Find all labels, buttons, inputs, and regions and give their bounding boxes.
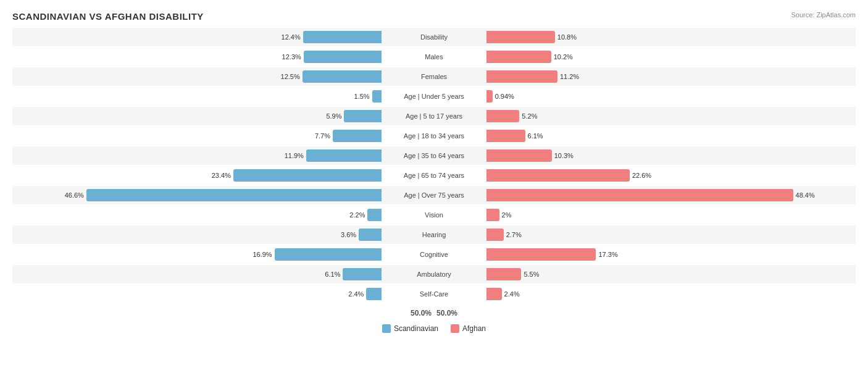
value-right: 11.2% — [560, 73, 579, 80]
bar-left — [333, 130, 382, 142]
value-right: 22.6% — [632, 172, 651, 179]
value-right: 5.5% — [524, 271, 539, 278]
value-right: 48.4% — [796, 191, 815, 199]
bar-row: 23.4% Age | 65 to 74 years 22.6% — [12, 166, 856, 185]
chart-container: SCANDINAVIAN VS AFGHAN DISABILITY Source… — [0, 0, 868, 339]
value-left: 3.6% — [341, 231, 356, 238]
right-section: 48.4% — [486, 186, 856, 204]
left-section: 16.9% — [12, 245, 382, 264]
legend-afghan-label: Afghan — [462, 324, 486, 333]
bar-right — [486, 31, 555, 43]
row-label: Age | 65 to 74 years — [404, 172, 464, 179]
axis-right: 50.0% — [434, 309, 856, 317]
right-section: 2% — [486, 206, 856, 224]
value-left: 12.5% — [281, 73, 300, 80]
left-section: 46.6% — [12, 186, 382, 204]
left-section: 11.9% — [12, 146, 382, 165]
right-section: 0.94% — [486, 87, 856, 106]
bar-row: 12.3% Males 10.2% — [12, 48, 856, 66]
value-left: 2.4% — [348, 290, 364, 298]
bar-right — [486, 51, 551, 63]
bar-right — [486, 90, 493, 103]
value-left: 46.6% — [65, 191, 84, 199]
value-right: 2.4% — [504, 290, 520, 298]
legend-scandinavian-label: Scandinavian — [394, 324, 438, 333]
left-section: 5.9% — [12, 107, 382, 125]
right-section: 2.4% — [486, 285, 856, 303]
bar-row: 6.1% Ambulatory 5.5% — [12, 265, 856, 284]
bar-right — [486, 149, 552, 162]
legend-afghan: Afghan — [451, 324, 486, 333]
right-section: 2.7% — [486, 225, 856, 244]
bar-right — [486, 110, 519, 122]
bar-right — [486, 209, 499, 221]
value-left: 16.9% — [252, 251, 272, 258]
value-left: 2.2% — [349, 211, 365, 219]
left-section: 2.4% — [12, 285, 382, 303]
bar-row: 5.9% Age | 5 to 17 years 5.2% — [12, 107, 856, 125]
right-section: 17.3% — [486, 245, 856, 264]
bar-right — [486, 288, 502, 300]
bar-row: 2.2% Vision 2% — [12, 206, 856, 224]
bar-row: 2.4% Self-Care 2.4% — [12, 285, 856, 303]
bar-left — [303, 31, 382, 43]
bar-left — [306, 149, 382, 162]
bar-right — [486, 169, 630, 182]
value-right: 2% — [502, 211, 512, 219]
legend-scandinavian: Scandinavian — [382, 324, 438, 333]
value-right: 10.8% — [557, 33, 577, 41]
bar-right — [486, 189, 793, 201]
bar-right — [486, 248, 596, 261]
value-left: 11.9% — [285, 152, 304, 159]
value-right: 10.2% — [554, 53, 573, 61]
chart-title: SCANDINAVIAN VS AFGHAN DISABILITY — [12, 11, 856, 22]
value-right: 5.2% — [522, 112, 537, 120]
left-section: 12.4% — [12, 28, 382, 46]
row-label: Vision — [425, 211, 443, 219]
row-label: Hearing — [422, 231, 446, 238]
row-label: Age | Over 75 years — [404, 191, 464, 199]
left-section: 2.2% — [12, 206, 382, 224]
bar-row: 16.9% Cognitive 17.3% — [12, 245, 856, 264]
row-label: Ambulatory — [417, 271, 451, 278]
right-section: 10.2% — [486, 48, 856, 66]
left-section: 1.5% — [12, 87, 382, 106]
bar-left — [343, 268, 382, 280]
bar-right — [486, 130, 525, 142]
left-section: 12.5% — [12, 67, 382, 86]
bar-row: 1.5% Age | Under 5 years 0.94% — [12, 87, 856, 106]
right-section: 10.8% — [486, 28, 856, 46]
axis-left-label: 50.0% — [411, 309, 432, 317]
bar-row: 7.7% Age | 18 to 34 years 6.1% — [12, 127, 856, 145]
value-left: 23.4% — [212, 172, 231, 179]
bar-left — [86, 189, 382, 201]
bar-left — [367, 209, 382, 221]
value-right: 2.7% — [506, 231, 522, 238]
right-section: 6.1% — [486, 127, 856, 145]
value-right: 0.94% — [495, 93, 514, 100]
row-label: Age | Under 5 years — [404, 93, 464, 100]
value-right: 17.3% — [598, 251, 617, 258]
bar-right — [486, 70, 557, 83]
row-label: Age | 35 to 64 years — [404, 152, 464, 159]
value-left: 7.7% — [315, 132, 330, 140]
source-label: Source: ZipAtlas.com — [791, 11, 856, 19]
right-section: 11.2% — [486, 67, 856, 86]
bar-row: 12.4% Disability 10.8% — [12, 28, 856, 46]
value-left: 12.3% — [282, 53, 301, 61]
legend-scandinavian-box — [382, 324, 391, 333]
left-section: 23.4% — [12, 166, 382, 185]
value-left: 1.5% — [354, 93, 370, 100]
row-label: Disability — [420, 33, 448, 41]
axis-left: 50.0% — [12, 309, 434, 317]
bar-right — [486, 229, 504, 241]
left-section: 6.1% — [12, 265, 382, 284]
chart-area: 12.4% Disability 10.8% 12.3% — [12, 28, 856, 303]
row-label: Males — [425, 53, 443, 61]
bar-row: 11.9% Age | 35 to 64 years 10.3% — [12, 146, 856, 165]
value-right: 6.1% — [528, 132, 543, 140]
legend: Scandinavian Afghan — [12, 324, 856, 333]
row-label: Females — [421, 73, 447, 80]
legend-afghan-box — [451, 324, 459, 333]
value-left: 12.4% — [282, 33, 301, 41]
